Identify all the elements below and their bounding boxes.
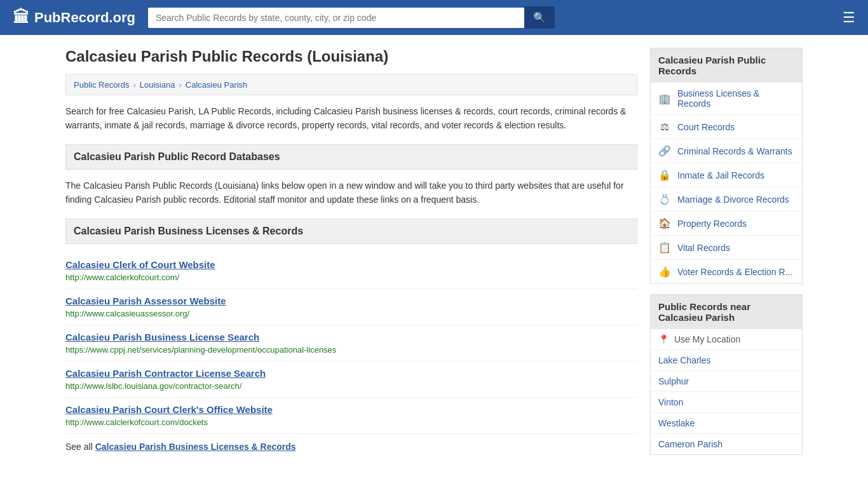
db-section-header: Calcasieu Parish Public Record Databases	[65, 144, 637, 170]
sidebar-icon: 🔒	[658, 169, 671, 181]
list-item: Calcasieu Clerk of Court Website http://…	[65, 253, 637, 289]
menu-icon: ☰	[843, 10, 855, 25]
sidebar-item[interactable]: 📋Vital Records	[651, 236, 802, 260]
record-title[interactable]: Calcasieu Parish Assessor Website	[65, 295, 637, 306]
sidebar-label: Court Records	[677, 122, 735, 132]
list-item: Calcasieu Parish Assessor Website http:/…	[65, 289, 637, 325]
record-title[interactable]: Calcasieu Parish Contractor License Sear…	[65, 368, 637, 379]
sidebar-icon: 🏢	[658, 93, 671, 105]
breadcrumb: Public Records › Louisiana › Calcasieu P…	[65, 74, 637, 95]
sidebar-icon: 📋	[658, 241, 671, 254]
nearby-item[interactable]: Lake Charles	[651, 350, 802, 371]
use-location-item[interactable]: 📍 Use My Location	[651, 329, 802, 350]
public-records-header: Calcasieu Parish Public Records	[651, 48, 802, 83]
sidebar-label: Voter Records & Election R...	[677, 267, 792, 277]
record-url[interactable]: http://www.calcasieuassessor.org/	[65, 309, 189, 318]
search-input[interactable]	[148, 8, 524, 28]
site-header: 🏛 PubRecord.org 🔍 ☰	[0, 0, 868, 35]
sidebar-label: Criminal Records & Warrants	[677, 146, 792, 156]
sidebar-items: 🏢Business Licenses & Records⚖Court Recor…	[651, 83, 802, 283]
list-item: Calcasieu Parish Court Clerk's Office We…	[65, 398, 637, 434]
breadcrumb-sep-2: ›	[179, 80, 181, 90]
breadcrumb-louisiana[interactable]: Louisiana	[140, 80, 175, 90]
use-location-label: Use My Location	[674, 334, 740, 344]
see-all-link[interactable]: Calcasieu Parish Business Licenses & Rec…	[95, 442, 296, 452]
business-section-header: Calcasieu Parish Business Licenses & Rec…	[65, 219, 637, 244]
sidebar-icon: 🔗	[658, 145, 671, 157]
sidebar-icon: ⚖	[658, 121, 671, 133]
nearby-item[interactable]: Westlake	[651, 413, 802, 434]
content-area: Calcasieu Parish Public Records (Louisia…	[65, 48, 637, 465]
nearby-item[interactable]: Vinton	[651, 392, 802, 413]
sidebar-item[interactable]: 👍Voter Records & Election R...	[651, 260, 802, 283]
sidebar: Calcasieu Parish Public Records 🏢Busines…	[650, 48, 803, 465]
nearby-item[interactable]: Cameron Parish	[651, 434, 802, 454]
record-url[interactable]: http://www.calclerkofcourt.com/dockets	[65, 417, 208, 427]
sidebar-item[interactable]: 🔒Inmate & Jail Records	[651, 163, 802, 187]
sidebar-icon: 👍	[658, 266, 671, 278]
record-title[interactable]: Calcasieu Clerk of Court Website	[65, 259, 637, 270]
page-title: Calcasieu Parish Public Records (Louisia…	[65, 48, 637, 65]
public-records-box: Calcasieu Parish Public Records 🏢Busines…	[650, 48, 803, 284]
sidebar-item[interactable]: 💍Marriage & Divorce Records	[651, 187, 802, 212]
location-icon: 📍	[658, 334, 669, 344]
search-container: 🔍	[148, 6, 555, 29]
sidebar-item[interactable]: ⚖Court Records	[651, 115, 802, 139]
sidebar-label: Marriage & Divorce Records	[677, 194, 789, 205]
page-description: Search for free Calcasieu Parish, LA Pub…	[65, 104, 637, 133]
records-list: Calcasieu Clerk of Court Website http://…	[65, 253, 637, 434]
breadcrumb-public-records[interactable]: Public Records	[74, 80, 129, 90]
logo-text: PubRecord.org	[34, 10, 135, 26]
logo-icon: 🏛	[13, 8, 29, 27]
record-title[interactable]: Calcasieu Parish Business License Search	[65, 332, 637, 342]
nearby-items: Lake CharlesSulphurVintonWestlakeCameron…	[651, 350, 802, 454]
list-item: Calcasieu Parish Contractor License Sear…	[65, 362, 637, 398]
record-url[interactable]: http://www.calclerkofcourt.com/	[65, 273, 179, 282]
sidebar-label: Property Records	[677, 219, 747, 229]
site-logo[interactable]: 🏛 PubRecord.org	[13, 8, 135, 27]
nearby-header: Public Records near Calcasieu Parish	[651, 295, 802, 329]
sidebar-item[interactable]: 🔗Criminal Records & Warrants	[651, 139, 802, 163]
nearby-box: Public Records near Calcasieu Parish 📍 U…	[650, 294, 803, 455]
see-all-text: See all Calcasieu Parish Business Licens…	[65, 442, 637, 452]
menu-button[interactable]: ☰	[843, 10, 855, 26]
sidebar-item[interactable]: 🏠Property Records	[651, 212, 802, 236]
sidebar-icon: 💍	[658, 193, 671, 205]
breadcrumb-sep-1: ›	[133, 80, 135, 90]
search-button[interactable]: 🔍	[524, 6, 555, 29]
sidebar-item[interactable]: 🏢Business Licenses & Records	[651, 83, 802, 115]
sidebar-label: Business Licenses & Records	[677, 88, 794, 109]
see-all-prefix: See all	[65, 442, 95, 452]
main-wrapper: Calcasieu Parish Public Records (Louisia…	[53, 35, 815, 478]
sidebar-label: Inmate & Jail Records	[677, 170, 764, 180]
search-icon: 🔍	[533, 12, 546, 23]
record-title[interactable]: Calcasieu Parish Court Clerk's Office We…	[65, 404, 637, 415]
list-item: Calcasieu Parish Business License Search…	[65, 325, 637, 362]
breadcrumb-calcasieu[interactable]: Calcasieu Parish	[186, 80, 248, 90]
record-url[interactable]: https://www.cppj.net/services/planning-d…	[65, 345, 336, 355]
sidebar-label: Vital Records	[677, 243, 730, 253]
sidebar-icon: 🏠	[658, 217, 671, 229]
record-url[interactable]: http://www.lslbc.louisiana.gov/contracto…	[65, 381, 241, 391]
db-description: The Calcasieu Parish Public Records (Lou…	[65, 179, 637, 207]
nearby-item[interactable]: Sulphur	[651, 371, 802, 392]
